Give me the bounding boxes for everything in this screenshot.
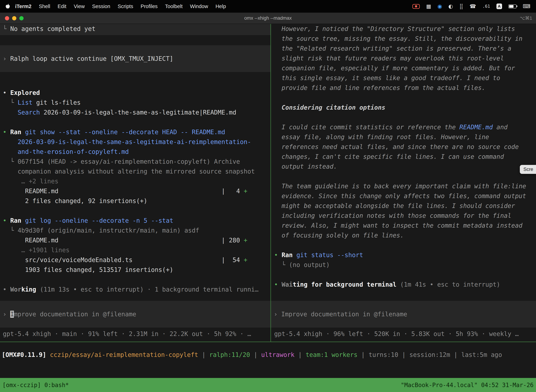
window-grid-icon[interactable]: ▦ <box>426 4 431 9</box>
terminal-line: output instead. <box>274 162 536 171</box>
window-title-bar[interactable]: omx --xhigh --madmax ⌥⌘1 <box>0 13 536 24</box>
right-prompt-line: › Improve documentation in @filename <box>274 309 407 319</box>
horizontal-divider <box>0 342 536 342</box>
terminal-line <box>3 275 270 285</box>
left-agent-pane[interactable]: └ No agents completed yet › Ralph loop a… <box>0 24 270 342</box>
close-button[interactable] <box>5 16 9 20</box>
battery-percent-text[interactable]: .61 <box>482 4 490 9</box>
terminal-line: └ (no output) <box>274 260 536 270</box>
screen: iTerm2ShellEditViewSessionScriptsProfile… <box>0 0 536 392</box>
menu-toolbelt[interactable]: Toolbelt <box>161 4 186 9</box>
menu-iterm2[interactable]: iTerm2 <box>11 4 35 9</box>
terminal-line: Considering citation options <box>274 103 536 112</box>
terminal-line: However, I noticed the "Directory Struct… <box>274 24 536 34</box>
droplet-icon[interactable]: ◉ <box>438 4 442 9</box>
menu-profiles[interactable]: Profiles <box>137 4 161 9</box>
terminal-line: slight risk that future readers may over… <box>274 53 536 63</box>
terminal-line <box>274 112 536 122</box>
terminal-line: evidence. Since this change only affects… <box>274 191 536 201</box>
terminal-line: Search 2026-03-09-is-legal-the-same-as-l… <box>3 107 270 117</box>
terminal-line <box>274 270 536 280</box>
media-icon[interactable]: ◐ <box>448 4 453 9</box>
terminal-line: • Ran git status --short <box>274 250 536 260</box>
terminal-line <box>274 93 536 103</box>
terminal-line: essay file, along with finding root file… <box>274 132 536 142</box>
keyboard-icon[interactable]: ⌨ <box>523 4 530 9</box>
terminal-line: └ 4b9d30f (origin/main, instructkr/main,… <box>3 225 270 235</box>
agents-status-box: └ No agents completed yet <box>0 24 270 35</box>
ralph-banner-line: › Ralph loop active continue [OMX_TMUX_I… <box>3 54 173 64</box>
traffic-lights <box>5 16 24 20</box>
ralph-inject-banner: › Ralph loop active continue [OMX_TMUX_I… <box>0 45 270 72</box>
terminal-line: README.md | 4 + <box>3 186 270 196</box>
left-prompt-line: › Improve documentation in @filename <box>3 309 136 319</box>
right-agent-pane[interactable]: However, I noticed the "Directory Struct… <box>271 24 536 342</box>
tmux-panes: └ No agents completed yet › Ralph loop a… <box>0 24 536 342</box>
terminal-line <box>3 117 270 127</box>
terminal-line: • Ran git show --stat --oneline --decora… <box>3 127 270 137</box>
terminal-line: might be acceptable alongside the file l… <box>274 201 536 211</box>
tmux-host-clock: "MacBook-Pro-44.local" 04:52 31-Mar-26 <box>401 382 534 388</box>
zoom-button[interactable] <box>19 16 24 20</box>
terminal-line: provide file and line references from th… <box>274 83 536 93</box>
agents-status-line: └ No agents completed yet <box>3 24 270 34</box>
screen-recording-icon[interactable] <box>412 4 420 9</box>
battery-icon[interactable] <box>508 5 517 9</box>
right-transcript: However, I noticed the "Directory Struct… <box>274 24 536 289</box>
terminal-line: companion analysis without altering the … <box>3 167 270 176</box>
terminal-line <box>274 171 536 181</box>
phone-icon[interactable]: ☎ <box>469 4 476 9</box>
macos-menu-bar: iTerm2ShellEditViewSessionScriptsProfile… <box>0 0 536 13</box>
window-shortcut-badge: ⌥⌘1 <box>520 15 532 21</box>
screen-share-tooltip: Scre <box>520 165 536 174</box>
terminal-line: references need actual files, and since … <box>274 142 536 152</box>
left-model-status: gpt-5.4 xhigh · main · 91% left · 2.31M … <box>3 329 251 339</box>
terminal-line: I could cite commit statistics or refere… <box>274 122 536 132</box>
terminal-line: • Explored <box>3 88 270 98</box>
tmux-session-label: [omx-cczip] 0:bash* <box>2 382 69 388</box>
terminal-line: … +2 lines <box>3 176 270 186</box>
menu-session[interactable]: Session <box>88 4 114 9</box>
terminal-line: └ 067f154 (HEAD -> essay/ai-reimplementa… <box>3 157 270 167</box>
terminal-line: the source tree, missing the essay. Stil… <box>274 34 536 44</box>
terminal-line: this single essay, it seems like a good … <box>274 73 536 83</box>
minimize-button[interactable] <box>12 16 16 20</box>
menu-items: iTerm2ShellEditViewSessionScriptsProfile… <box>11 4 230 9</box>
menu-shell[interactable]: Shell <box>35 4 54 9</box>
menu-view[interactable]: View <box>70 4 88 9</box>
terminal-line: • Ran git log --oneline --decorate -n 5 … <box>3 216 270 225</box>
omx-status-bar: [OMX#0.11.9] cczip/essay/ai-reimplementa… <box>2 350 502 360</box>
input-source-icon[interactable]: A <box>496 4 502 9</box>
tmux-status-bar: [omx-cczip] 0:bash* "MacBook-Pro-44.loca… <box>0 378 536 392</box>
terminal-line: README.md | 280 + <box>3 235 270 245</box>
terminal-line: of focusing solely on file lines. <box>274 230 536 240</box>
terminal-line <box>274 240 536 250</box>
terminal-line: • Working (11m 13s • esc to interrupt) ·… <box>3 285 270 294</box>
right-prompt-input[interactable]: › Improve documentation in @filename <box>271 301 536 327</box>
menubar-status-icons: ▦◉◐⣿☎.61A⌨ <box>412 4 531 9</box>
terminal-line: and-the-erosion-of-copyleft.md <box>3 147 270 157</box>
terminal-line: … +1901 lines <box>3 245 270 255</box>
terminal-line <box>3 206 270 216</box>
terminal-line: src/voice/voiceModeEnabled.ts | 54 + <box>3 255 270 265</box>
apps-grid-icon[interactable]: ⣿ <box>459 4 463 9</box>
left-transcript: • Explored └ List git ls-files Search 20… <box>3 88 270 294</box>
terminal-line: companion file, especially if more comme… <box>274 63 536 73</box>
terminal-line: 2 files changed, 92 insertions(+) <box>3 196 270 206</box>
menu-help[interactable]: Help <box>212 4 230 9</box>
terminal-window: └ No agents completed yet › Ralph loop a… <box>0 24 536 378</box>
terminal-line: └ List git ls-files <box>3 98 270 107</box>
terminal-line: The team guideline is to back every impo… <box>274 181 536 191</box>
terminal-line: including verification notes with those … <box>274 211 536 221</box>
apple-menu-icon[interactable] <box>5 4 10 9</box>
terminal-line: 2026-03-09-is-legal-the-same-as-legitima… <box>3 137 270 147</box>
terminal-line: 1903 files changed, 513517 insertions(+) <box>3 265 270 275</box>
terminal-line: review. Also, I might want to inspect th… <box>274 221 536 230</box>
menu-window[interactable]: Window <box>186 4 212 9</box>
left-prompt-input[interactable]: › Improve documentation in @filename <box>0 301 270 327</box>
window-title: omx --xhigh --madmax <box>0 15 536 21</box>
menu-edit[interactable]: Edit <box>54 4 70 9</box>
terminal-line: changes, I can't cite specific file line… <box>274 152 536 162</box>
menu-scripts[interactable]: Scripts <box>114 4 137 9</box>
terminal-line: • Waiting for background terminal (1m 41… <box>274 280 536 289</box>
